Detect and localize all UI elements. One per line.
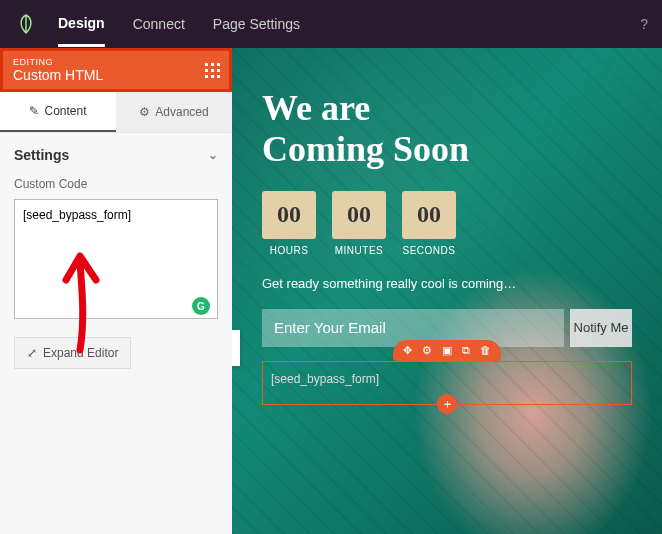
tab-design[interactable]: Design (58, 15, 105, 47)
subtab-advanced[interactable]: ⚙ Advanced (116, 92, 232, 132)
subtab-content[interactable]: ✎ Content (0, 92, 116, 132)
timer-minutes: 00 (332, 191, 386, 239)
grammarly-icon[interactable]: G (192, 297, 210, 315)
pencil-icon: ✎ (29, 104, 39, 118)
editing-header: EDITING Custom HTML (0, 48, 232, 92)
sidebar: EDITING Custom HTML ✎ Content ⚙ Advanced… (0, 48, 232, 534)
shortcode-text: [seed_bypass_form] (271, 372, 379, 386)
editing-block-name: Custom HTML (13, 67, 219, 83)
chevron-down-icon: ⌄ (208, 148, 218, 162)
settings-title: Settings (14, 147, 69, 163)
countdown-timer: 00HOURS 00MINUTES 00SECONDS (262, 191, 632, 256)
block-toolbar[interactable]: ✥ ⚙ ▣ ⧉ 🗑 (393, 340, 501, 361)
tab-page-settings[interactable]: Page Settings (213, 16, 300, 32)
selected-block[interactable]: ✥ ⚙ ▣ ⧉ 🗑 [seed_bypass_form] ＋ (262, 361, 632, 405)
headline: We are Coming Soon (262, 88, 632, 171)
code-label: Custom Code (14, 177, 218, 191)
tagline: Get ready something really cool is comin… (262, 276, 632, 291)
delete-icon[interactable]: 🗑 (480, 344, 491, 357)
drag-grip-icon[interactable] (205, 63, 221, 79)
timer-hours: 00 (262, 191, 316, 239)
sliders-icon: ⚙ (139, 105, 150, 119)
add-block-button[interactable]: ＋ (437, 394, 457, 414)
editing-label: EDITING (13, 57, 219, 67)
expand-editor-button[interactable]: ⤢ Expand Editor (14, 337, 131, 369)
custom-code-textarea[interactable] (14, 199, 218, 319)
timer-seconds: 00 (402, 191, 456, 239)
preview-canvas: ‹ We are Coming Soon 00HOURS 00MINUTES 0… (232, 48, 662, 534)
move-icon[interactable]: ✥ (403, 344, 412, 357)
save-icon[interactable]: ▣ (442, 344, 452, 357)
settings-section-toggle[interactable]: Settings ⌄ (14, 147, 218, 163)
settings-icon[interactable]: ⚙ (422, 344, 432, 357)
tab-connect[interactable]: Connect (133, 16, 185, 32)
expand-icon: ⤢ (27, 346, 37, 360)
duplicate-icon[interactable]: ⧉ (462, 344, 470, 357)
leaf-logo-icon (14, 12, 38, 36)
help-icon[interactable]: ? (640, 16, 648, 32)
notify-button[interactable]: Notify Me (570, 309, 632, 347)
